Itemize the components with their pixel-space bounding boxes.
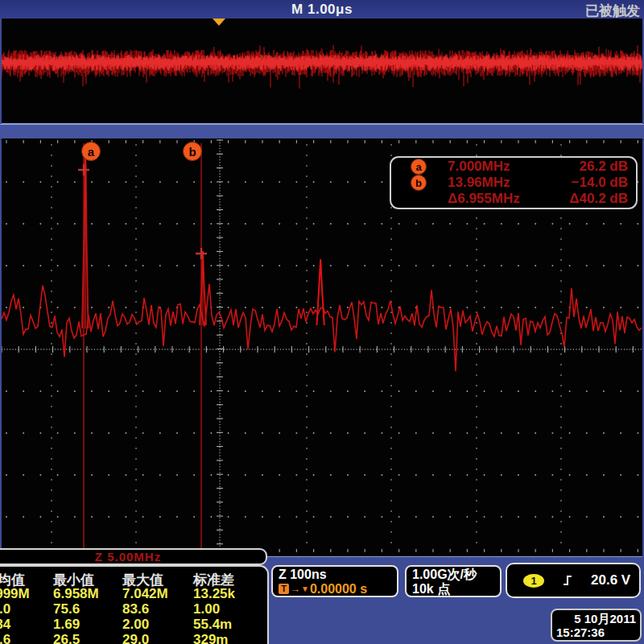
measurement-value: 6.958M (53, 586, 122, 602)
measurement-value: 1.00 (193, 601, 269, 617)
time-domain-window (2, 19, 642, 124)
measurement-row: 6.999M6.958M7.042M13.25k (0, 586, 267, 601)
cursor-b-frequency: 13.96MHz (448, 175, 551, 191)
measurement-value: 1.69 (53, 617, 122, 633)
window-separator (0, 124, 644, 140)
measurement-value: 13.25k (193, 586, 269, 602)
measurement-value: 2.00 (122, 617, 193, 633)
rising-edge-icon (562, 574, 573, 587)
horizontal-position-row: T → ▼ 0.00000 s (279, 582, 391, 596)
cursor-b-row: b 13.96MHz −14.0 dB (399, 175, 628, 191)
channel-1-badge[interactable]: 1 (523, 574, 544, 588)
measurement-row: 28.626.529.0329m (0, 632, 267, 644)
sample-rate-label: 1.00G次/秒 (412, 568, 494, 582)
cursor-b-readout-badge: b (411, 175, 427, 191)
main-timebase-label: M 1.00μs (291, 2, 353, 18)
position-pointer-icon: ▼ (301, 582, 309, 596)
zoom-timebase-label: Z 100ns (279, 568, 391, 582)
cursor-delta-row: Δ6.955MHz Δ40.2 dB (399, 192, 628, 207)
cursor-a-row: a 7.000MHz 26.2 dB (399, 159, 628, 175)
trigger-box[interactable]: 1 20.6 V (506, 563, 641, 598)
measurement-value: 1.84 (0, 617, 53, 633)
measurement-value: 26.5 (53, 632, 122, 644)
date-label: 5 10月2011 (556, 612, 636, 625)
horizontal-position-value: 0.00000 s (310, 582, 367, 596)
measurement-value: 29.0 (122, 632, 193, 644)
measurement-value: 7.042M (122, 586, 193, 602)
cursor-b-badge[interactable]: b (183, 142, 202, 161)
measurement-value: 83.6 (122, 601, 193, 617)
cursor-delta-level: Δ40.2 dB (569, 191, 628, 207)
arrow-icon: → (290, 582, 300, 596)
measurement-value: 28.6 (0, 632, 53, 644)
trigger-status-label: 已被触发 (585, 2, 640, 20)
measurement-header-row: 平均值最小值最大值标准差 (0, 571, 267, 586)
cursor-a-level: 26.2 dB (580, 159, 628, 175)
measurement-row: 1.841.692.0055.4m (0, 617, 267, 632)
measurement-value: 6.999M (0, 586, 53, 602)
cursor-b-level: −14.0 dB (572, 175, 628, 191)
measurement-value: 55.4m (193, 617, 269, 633)
record-length-label: 10k 点 (412, 582, 494, 597)
acquisition-box[interactable]: 1.00G次/秒 10k 点 (405, 565, 502, 597)
fft-window: a b a 7.000MHz 26.2 dB b 13.96MHz −14.0 … (2, 138, 642, 557)
trigger-position-icon[interactable] (213, 19, 225, 26)
fft-zoom-scale-label: Z 5.00MHz (95, 550, 161, 564)
horizontal-zoom-box[interactable]: Z 100ns T → ▼ 0.00000 s (271, 565, 398, 597)
cursor-readout-box[interactable]: a 7.000MHz 26.2 dB b 13.96MHz −14.0 dB Δ… (390, 156, 638, 209)
datetime-box: 5 10月2011 15:27:36 (551, 609, 642, 642)
oscilloscope-screen: { "top_bar": { "timebase": "M 1.00μs", "… (0, 0, 644, 644)
measurement-value: 75.6 (53, 601, 122, 617)
measurement-value: 82.0 (0, 601, 53, 617)
trigger-flag-icon: T (279, 584, 289, 594)
top-status-bar: M 1.00μs 已被触发 (0, 0, 644, 19)
cursor-a-readout-badge: a (411, 159, 427, 175)
measurement-table[interactable]: 平均值最小值最大值标准差6.999M6.958M7.042M13.25k82.0… (0, 565, 269, 644)
measurement-row: 82.075.683.61.00 (0, 601, 267, 617)
trigger-level-value: 20.6 V (591, 572, 630, 588)
cursor-delta-frequency: Δ6.955MHz (448, 191, 551, 207)
cursor-a-badge[interactable]: a (81, 142, 101, 161)
measurement-value: 329m (193, 632, 269, 644)
fft-zoom-scale-box[interactable]: Z 5.00MHz (0, 548, 267, 565)
cursor-a-frequency: 7.000MHz (448, 159, 551, 175)
time-domain-trace (2, 19, 642, 122)
time-label: 15:27:36 (556, 625, 636, 639)
